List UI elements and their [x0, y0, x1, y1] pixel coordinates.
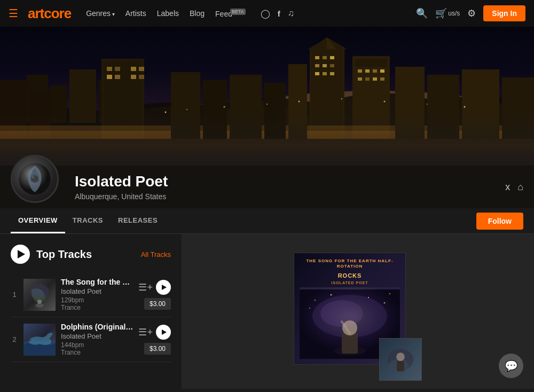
hamburger-icon[interactable]: ☰ [9, 7, 18, 20]
nav-artists[interactable]: Artists [125, 9, 146, 18]
album-title-text: THE SONG FOR THE EARTH HALF-ROTATION [300, 258, 400, 270]
avatar-inner [19, 163, 51, 195]
table-row: 1 [11, 272, 171, 317]
navbar-left: ☰ artcore Genres Artists Labels Blog Fee… [9, 5, 294, 22]
nav-genres[interactable]: Genres [86, 9, 115, 18]
logo[interactable]: artcore [28, 5, 71, 22]
track-title-1: The Song for the Earth … [61, 278, 133, 286]
play-track-button-1[interactable] [156, 280, 171, 295]
track-artist-1: Isolated Poet [61, 287, 133, 295]
svg-point-82 [331, 294, 332, 296]
svg-rect-30 [373, 77, 377, 81]
svg-point-66 [31, 175, 38, 183]
svg-point-70 [35, 303, 44, 308]
follow-button[interactable]: Follow [476, 213, 523, 230]
add-to-playlist-button-2[interactable]: ☰+ [138, 326, 153, 338]
main-content: Top Tracks All Tracks 1 [0, 234, 534, 389]
svg-rect-90 [397, 361, 404, 372]
navbar-right: 🔍 🛒 us/s ⚙ Sign In [416, 5, 525, 21]
beta-badge: BETA [230, 9, 246, 15]
svg-rect-14 [323, 64, 327, 67]
settings-button[interactable]: ⚙ [467, 7, 476, 19]
nav-feed[interactable]: FeedBETA [215, 9, 246, 18]
svg-rect-38 [131, 67, 136, 71]
track-info-2: Dolphins (Original Mix) Isolated Poet 14… [61, 323, 133, 356]
play-track-button-2[interactable] [156, 325, 171, 340]
chat-icon: 💬 [505, 359, 518, 372]
album-title-subtitle: ROCKS [338, 272, 362, 279]
all-tracks-link[interactable]: All Tracks [141, 250, 171, 258]
top-tracks-play-button[interactable] [11, 245, 30, 264]
tab-releases[interactable]: Releases [111, 208, 165, 233]
artist-avatar [11, 155, 59, 203]
artist-twitter-icon[interactable]: x [505, 182, 510, 193]
sign-in-button[interactable]: Sign In [483, 5, 525, 21]
svg-rect-23 [355, 59, 387, 67]
cart-button[interactable]: 🛒 us/s [435, 7, 460, 19]
svg-rect-31 [380, 77, 384, 81]
track-price-1: $3.00 [144, 298, 171, 310]
instagram-icon[interactable]: ◯ [261, 9, 270, 19]
svg-point-60 [341, 98, 342, 99]
svg-point-85 [389, 293, 390, 294]
svg-rect-26 [373, 69, 377, 73]
left-panel: Top Tracks All Tracks 1 [0, 234, 182, 389]
svg-rect-27 [380, 69, 384, 73]
svg-point-83 [368, 297, 369, 298]
top-tracks-header: Top Tracks All Tracks [11, 245, 171, 264]
nav-blog[interactable]: Blog [190, 9, 205, 18]
svg-rect-29 [365, 77, 370, 81]
nav-links: Genres Artists Labels Blog FeedBETA [86, 9, 246, 18]
svg-rect-37 [115, 67, 120, 71]
navbar-social: ◯ f ♫ [261, 9, 294, 19]
svg-rect-16 [315, 72, 319, 75]
svg-rect-42 [131, 75, 136, 79]
add-to-playlist-button-1[interactable]: ☰+ [138, 281, 153, 293]
track-number-2: 2 [11, 335, 18, 343]
svg-rect-18 [330, 72, 334, 75]
play-tri-small-icon [162, 285, 167, 290]
track-meta-1: 129bpm Trance [61, 296, 133, 311]
svg-point-84 [384, 302, 386, 304]
svg-rect-12 [330, 56, 334, 59]
chat-button[interactable]: 💬 [499, 354, 523, 378]
facebook-icon[interactable]: f [278, 9, 280, 18]
artist-text-block: Isolated Poet Albuquerque, United States [75, 173, 168, 201]
track-thumbnail-2 [23, 324, 56, 356]
tiktok-icon[interactable]: ♫ [288, 9, 294, 18]
album-art-small-inner [380, 339, 421, 380]
track-actions-2: ☰+ $3.00 [138, 325, 171, 355]
svg-rect-13 [315, 64, 319, 67]
svg-point-59 [299, 101, 300, 103]
svg-point-73 [29, 339, 31, 341]
svg-rect-10 [315, 56, 319, 59]
search-button[interactable]: 🔍 [416, 7, 428, 19]
tabs-row: Overview Tracks Releases Follow [0, 208, 534, 234]
track-buttons-row-2: ☰+ [138, 325, 171, 340]
track-thumbnail-1 [23, 279, 56, 311]
svg-point-56 [186, 109, 187, 110]
navbar: ☰ artcore Genres Artists Labels Blog Fee… [0, 0, 534, 27]
right-panel: THE SONG FOR THE EARTH HALF-ROTATION ROC… [182, 234, 534, 389]
svg-rect-43 [139, 75, 144, 79]
track-price-2: $3.00 [144, 343, 171, 355]
hero-section: Isolated Poet Albuquerque, United States… [0, 27, 534, 208]
tab-overview[interactable]: Overview [11, 208, 65, 233]
cart-label: us/s [448, 10, 460, 17]
artist-home-icon[interactable]: ⌂ [517, 182, 523, 193]
artist-location: Albuquerque, United States [75, 192, 168, 201]
svg-rect-36 [107, 67, 112, 71]
svg-rect-11 [323, 56, 327, 59]
track-number-1: 1 [11, 291, 18, 299]
svg-point-86 [309, 308, 310, 309]
nav-labels[interactable]: Labels [157, 9, 179, 18]
track-info-1: The Song for the Earth … Isolated Poet 1… [61, 278, 133, 311]
tab-tracks[interactable]: Tracks [65, 208, 111, 233]
svg-rect-39 [139, 67, 144, 71]
svg-point-67 [32, 176, 34, 178]
top-tracks-title: Top Tracks [36, 248, 92, 261]
artist-info-row: Isolated Poet Albuquerque, United States… [0, 166, 534, 208]
track-actions-1: ☰+ $3.00 [138, 280, 171, 310]
track-artist-2: Isolated Poet [61, 332, 133, 340]
svg-rect-15 [330, 64, 334, 67]
